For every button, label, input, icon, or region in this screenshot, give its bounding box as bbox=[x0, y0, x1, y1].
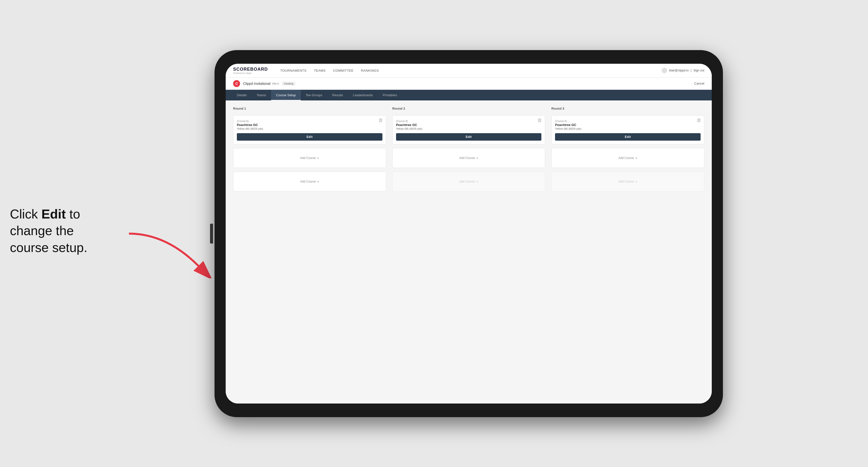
round-2-course-name: Peachtree GC bbox=[396, 123, 541, 127]
round-1-course-label: (Course A) bbox=[237, 120, 249, 123]
round-2-edit-button[interactable]: Edit bbox=[396, 133, 541, 141]
round-3-title: Round 3 bbox=[551, 107, 704, 111]
round-3-plus-icon-1: + bbox=[636, 156, 638, 160]
round-3-plus-icon-2: + bbox=[636, 180, 638, 184]
round-3-course-details: Yellow (M) (6629 yds) bbox=[555, 127, 701, 130]
tab-tee-groups[interactable]: Tee Groups bbox=[301, 90, 328, 100]
edit-bold: Edit bbox=[41, 207, 66, 221]
round-2-course-label: (Course A) bbox=[396, 120, 408, 123]
main-content: Round 1 (Course A) Peachtree GC Yellow (… bbox=[226, 100, 712, 404]
nav-right: blair@clippd.io | Sign out bbox=[662, 68, 704, 73]
round-1-edit-button[interactable]: Edit bbox=[237, 133, 382, 141]
round-2-plus-icon-2: + bbox=[476, 180, 478, 184]
tournament-bar: C Clippd Invitational (Men) Hosting Canc… bbox=[226, 77, 712, 90]
round-3-course-name: Peachtree GC bbox=[555, 123, 701, 127]
nav-separator: | bbox=[691, 69, 691, 72]
tablet: SCOREBOARD Powered by clippd TOURNAMENTS… bbox=[215, 50, 723, 417]
round-3-edit-button[interactable]: Edit bbox=[555, 133, 701, 141]
round-2-title: Round 2 bbox=[392, 107, 545, 111]
round-3-trash-icon[interactable] bbox=[696, 118, 701, 123]
round-2-add-course-2: Add Course + bbox=[392, 172, 545, 191]
round-3-add-course-2: Add Course + bbox=[551, 172, 704, 191]
tab-teams[interactable]: Teams bbox=[252, 90, 271, 100]
round-2-add-course-1[interactable]: Add Course + bbox=[392, 148, 545, 168]
round-1-add-course-label-2: Add Course bbox=[300, 180, 316, 183]
nav-tournaments[interactable]: TOURNAMENTS bbox=[280, 69, 307, 72]
round-1-course-card: (Course A) Peachtree GC Yellow (M) (6629… bbox=[233, 115, 386, 144]
tournament-name: Clippd Invitational bbox=[243, 82, 271, 86]
round-2-column: Round 2 (Course A) Peachtree GC Yellow (… bbox=[392, 107, 545, 191]
round-2-plus-icon-1: + bbox=[476, 156, 478, 160]
round-1-trash-icon[interactable] bbox=[378, 118, 383, 123]
screen: SCOREBOARD Powered by clippd TOURNAMENTS… bbox=[226, 64, 712, 404]
user-avatar bbox=[662, 68, 667, 73]
round-3-add-course-label-2: Add Course bbox=[618, 180, 634, 183]
round-2-course-card: (Course A) Peachtree GC Yellow (M) (6629… bbox=[392, 115, 545, 144]
tab-results[interactable]: Results bbox=[328, 90, 348, 100]
rounds-grid: Round 1 (Course A) Peachtree GC Yellow (… bbox=[233, 107, 704, 191]
round-2-trash-icon[interactable] bbox=[537, 118, 542, 123]
round-1-column: Round 1 (Course A) Peachtree GC Yellow (… bbox=[233, 107, 386, 191]
logo-area: SCOREBOARD Powered by clippd bbox=[233, 67, 268, 74]
round-3-add-course-label-1: Add Course bbox=[618, 156, 634, 160]
cancel-button[interactable]: Cancel bbox=[694, 82, 704, 85]
tab-bar: Details Teams Course Setup Tee Groups Re… bbox=[226, 90, 712, 100]
round-3-course-card: (Course A) Peachtree GC Yellow (M) (6629… bbox=[551, 115, 704, 144]
round-2-add-course-label-1: Add Course bbox=[459, 156, 475, 160]
round-1-add-course-2[interactable]: Add Course + bbox=[233, 172, 386, 191]
nav-committee[interactable]: COMMITTEE bbox=[333, 69, 354, 72]
powered-by: Powered by clippd bbox=[233, 72, 268, 74]
round-1-course-name: Peachtree GC bbox=[237, 123, 382, 127]
round-1-plus-icon-1: + bbox=[317, 156, 319, 160]
nav-teams[interactable]: TEAMS bbox=[314, 69, 326, 72]
arrow-pointer bbox=[122, 229, 221, 278]
tab-leaderboards[interactable]: Leaderboards bbox=[348, 90, 378, 100]
instruction-text: Click Edit to change the course setup. bbox=[10, 206, 87, 256]
round-1-title: Round 1 bbox=[233, 107, 386, 111]
c-logo: C bbox=[233, 80, 240, 87]
round-1-plus-icon-2: + bbox=[317, 180, 319, 184]
round-2-add-course-label-2: Add Course bbox=[459, 180, 475, 183]
round-3-add-course-1[interactable]: Add Course + bbox=[551, 148, 704, 168]
round-3-course-label: (Course A) bbox=[555, 120, 567, 123]
round-1-course-details: Yellow (M) (6629 yds) bbox=[237, 127, 382, 130]
round-3-column: Round 3 (Course A) Peachtree GC Yellow (… bbox=[551, 107, 704, 191]
tab-printables[interactable]: Printables bbox=[378, 90, 402, 100]
round-1-add-course-1[interactable]: Add Course + bbox=[233, 148, 386, 168]
top-nav: SCOREBOARD Powered by clippd TOURNAMENTS… bbox=[226, 64, 712, 77]
scoreboard-logo: SCOREBOARD bbox=[233, 67, 268, 72]
hosting-badge: Hosting bbox=[282, 82, 295, 86]
round-2-course-details: Yellow (M) (6629 yds) bbox=[396, 127, 541, 130]
tab-course-setup[interactable]: Course Setup bbox=[271, 90, 301, 100]
user-email: blair@clippd.io bbox=[669, 69, 689, 72]
tournament-gender: (Men) bbox=[272, 82, 279, 85]
round-1-add-course-label-1: Add Course bbox=[300, 156, 316, 160]
sign-out-link[interactable]: Sign out bbox=[693, 69, 704, 72]
nav-rankings[interactable]: RANKINGS bbox=[361, 69, 379, 72]
tab-details[interactable]: Details bbox=[232, 90, 252, 100]
